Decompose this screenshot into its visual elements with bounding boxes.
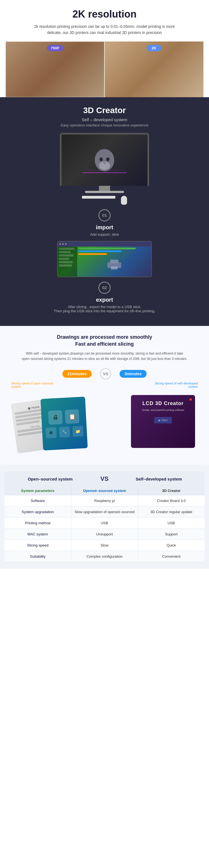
section-3d-creator: 3D Creator Self – developed system Easy … [0, 97, 209, 326]
imac-wrapper [6, 133, 203, 205]
card2-icon-1: 🖨 [48, 410, 63, 425]
table-cell-5-col1: Complex configuration [71, 551, 138, 562]
table-row-3: MAC system Unsupport Support [4, 529, 205, 540]
comparison-image: 750P 2K [6, 41, 203, 97]
ss-dot-2 [62, 243, 64, 245]
table-cell-4-label: Slicing speed [4, 540, 71, 551]
sw-card-3: LCD 3D Creator Simple, and powerful prin… [131, 395, 195, 448]
slicing-title2: Fast and efficient slicing [6, 341, 203, 347]
svg-point-8 [99, 157, 103, 161]
card2-icon-4: 🔧 [59, 427, 70, 438]
table-cell-1-col1: Slow upgradation of opened–sourced [71, 506, 138, 517]
imac-base [85, 191, 124, 193]
table-cell-0-col2: Creator Board 3.0 [138, 495, 205, 506]
card2-icon-2: 📋 [65, 409, 80, 424]
svg-point-7 [99, 161, 110, 170]
card2-icon-5: 📁 [72, 426, 84, 437]
slicing-description: With self – developed system,drawings ca… [21, 351, 188, 362]
time-badge-2: 3minutes [120, 370, 147, 378]
section-2k-title: 2K resolution [6, 8, 203, 20]
svg-line-5 [113, 170, 118, 173]
step-01-circle: 01 [98, 209, 111, 221]
table-cell-5-col2: Convenient [138, 551, 205, 562]
table-row-header: System parameters Opened–sourced system … [4, 486, 205, 495]
table-header-col2: Self–developed system [113, 476, 205, 482]
table-cell-5-label: Suitability [4, 551, 71, 562]
software-showcase: ▣ Home File Disc... 🖨 📋 ⚙ 🔧 [6, 395, 203, 456]
imac-container [60, 133, 149, 205]
imac-neck [99, 186, 110, 191]
section-2k: 2K resolution 2k resolution printing pre… [0, 0, 209, 97]
section-slicing: Drawings are processed more smoothly Fas… [0, 326, 209, 465]
time-right-group: 3minutes [120, 370, 147, 378]
imac-screen-inner [62, 134, 147, 186]
sw-card-2: 🖨 📋 ⚙ 🔧 📁 [40, 397, 88, 451]
badge-2k: 2K [147, 45, 161, 51]
software-screenshot [57, 241, 152, 277]
table-row-4: Slicing speed Slow Quick [4, 540, 205, 551]
svg-line-2 [88, 170, 93, 173]
ss-dot-3 [65, 243, 67, 245]
ss-sidebar [58, 247, 77, 277]
slicing-title1: Drawings are processed more smoothly [6, 334, 203, 340]
imac-mouse [121, 196, 127, 205]
table-vs: VS [100, 475, 109, 483]
table-cell-0-label: Software [4, 495, 71, 506]
table-cell-4-col1: Slow [71, 540, 138, 551]
ss-dot-1 [59, 243, 61, 245]
skull-visualization [77, 139, 132, 181]
section-2k-description: 2k resolution printing precision can be … [27, 23, 182, 36]
step-02-desc: After slicing , export the model to a US… [6, 305, 203, 313]
table-row-header-col1: Opened–sourced system [71, 486, 138, 495]
badge-750p: 750P [47, 45, 63, 51]
table-cell-0-col1: Raspberry pi [71, 495, 138, 506]
table-cell-3-label: MAC system [4, 529, 71, 539]
table-cell-3-col2: Support [138, 529, 205, 539]
step-02-title: export [6, 297, 203, 303]
ss-toolbar [58, 242, 151, 247]
section-table: Open–sourced system VS Self–developed sy… [0, 465, 209, 569]
ss-main [77, 247, 151, 277]
ss-body [58, 247, 151, 277]
time-label-2: Slicing speed of self–developed system [148, 382, 198, 388]
time-left-group: 21minutes [62, 370, 92, 378]
time-badge-1: 21minutes [62, 370, 92, 378]
time-label-1: Slicing speed of open–sourced system [11, 382, 61, 388]
table-row-0: Software Raspberry pi Creator Board 3.0 [4, 495, 205, 506]
printer-icon [106, 258, 123, 269]
step-01-desc: Add support, slice [6, 232, 203, 237]
imac-stand [60, 186, 149, 193]
table-header-col1: Open–sourced system [4, 476, 96, 482]
table-cell-2-col2: USB [138, 518, 205, 528]
imac-keyboard-row [82, 196, 127, 205]
imac-screen [60, 133, 149, 186]
vs-circle: VS [100, 368, 111, 379]
table-row-1: System upgradation Slow upgradation of o… [4, 506, 205, 518]
card2-icon-3: ⚙ [46, 427, 57, 438]
step-02-circle: 02 [98, 282, 111, 294]
section-3d-title: 3D Creator [6, 105, 203, 115]
time-labels: Slicing speed of open–sourced system Sli… [11, 382, 198, 388]
section-3d-subdesc: Easy operation interface Unique innovati… [6, 123, 203, 127]
imac-keyboard [82, 196, 115, 198]
table-body: Software Raspberry pi Creator Board 3.0 … [4, 495, 205, 562]
svg-rect-12 [111, 267, 118, 269]
lcd-title: LCD 3D Creator [131, 395, 195, 409]
section-3d-subtitle: Self – developed system [6, 117, 203, 122]
table-header: Open–sourced system VS Self–developed sy… [4, 471, 205, 486]
svg-rect-11 [110, 259, 118, 263]
comparison-divider [104, 41, 105, 97]
lcd-btn[interactable]: ▶ Start [154, 417, 172, 424]
table-row-header-col2: 3D Creator [138, 486, 205, 495]
svg-point-9 [106, 157, 110, 161]
vs-row: 21minutes VS 3minutes [6, 368, 203, 379]
table-cell-1-label: System upgradation [4, 506, 71, 517]
table-cell-3-col1: Unsupport [71, 529, 138, 539]
step-01-title: import [6, 224, 203, 231]
table-cell-2-label: Printing method [4, 518, 71, 528]
table-cell-2-col1: USB [71, 518, 138, 528]
table-row-5: Suitability Complex configuration Conven… [4, 551, 205, 562]
table-row-2: Printing method USB USB [4, 518, 205, 529]
table-cell-1-col2: 3D Creator regular update [138, 506, 205, 517]
table-cell-4-col2: Quick [138, 540, 205, 551]
